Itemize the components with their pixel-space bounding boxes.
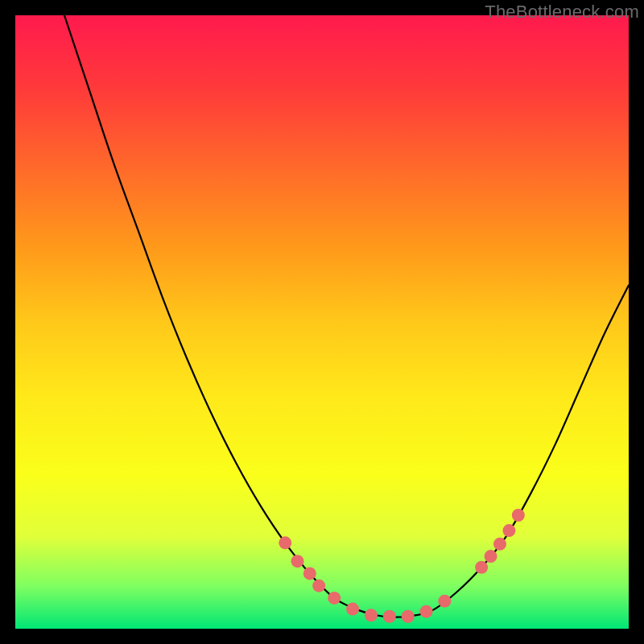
svg-point-4 xyxy=(312,580,325,592)
optimal-band xyxy=(15,592,629,629)
svg-point-12 xyxy=(475,561,488,574)
svg-point-3 xyxy=(303,567,316,580)
svg-point-13 xyxy=(485,550,497,563)
svg-point-15 xyxy=(502,524,515,537)
svg-point-14 xyxy=(493,538,506,551)
chart-overlay xyxy=(15,15,629,629)
svg-point-8 xyxy=(383,610,396,623)
svg-point-7 xyxy=(365,609,378,621)
bottleneck-curve xyxy=(64,15,629,617)
svg-point-5 xyxy=(328,592,341,605)
svg-point-1 xyxy=(279,536,291,549)
svg-point-2 xyxy=(291,555,304,568)
watermark-text: TheBottleneck.com xyxy=(485,2,639,23)
svg-point-9 xyxy=(402,610,415,623)
svg-point-10 xyxy=(420,605,433,618)
svg-point-6 xyxy=(346,603,359,616)
svg-point-11 xyxy=(438,595,451,608)
svg-point-16 xyxy=(512,509,525,522)
